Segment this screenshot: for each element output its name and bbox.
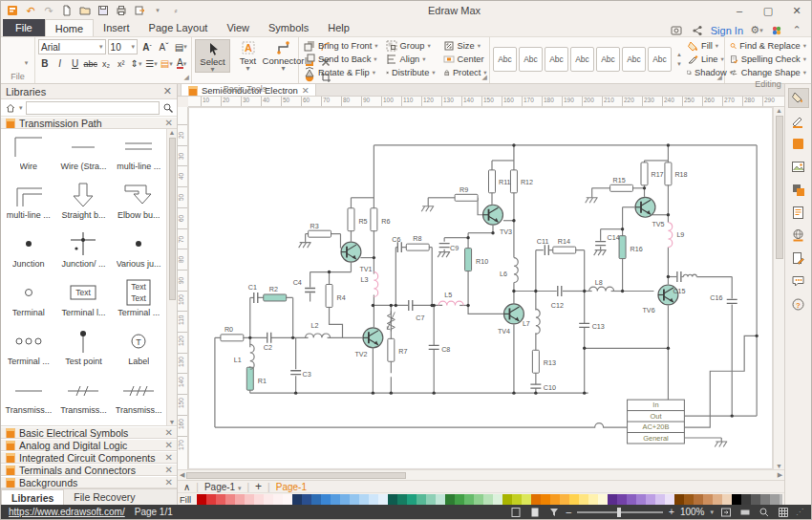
fit-width-icon[interactable] [738, 507, 752, 518]
color-swatch[interactable] [674, 494, 684, 505]
color-swatch[interactable] [283, 494, 292, 505]
page-tab[interactable]: Page-1 [276, 482, 307, 492]
search-icon[interactable] [162, 102, 174, 114]
library-shape-terminal-[interactable]: Terminal ... [1, 326, 56, 375]
section-close-icon[interactable]: ✕ [165, 452, 173, 463]
color-swatch[interactable] [655, 494, 665, 505]
note-tool-button[interactable] [788, 203, 809, 223]
library-search-input[interactable] [26, 101, 160, 115]
change-shape-button[interactable]: Change Shape▾ [728, 66, 808, 79]
semiconductor-circuit[interactable]: R0C1R2C2L1R1L2C3C4R4R3R5R6TV1L3TV2C7R7C8… [188, 107, 773, 469]
menu-tab-home[interactable]: Home [45, 19, 94, 36]
color-swatch[interactable] [579, 494, 588, 505]
add-page-button[interactable]: + [255, 480, 262, 493]
color-swatch[interactable] [522, 494, 531, 505]
highlight-button[interactable]: ▤▾ [160, 56, 173, 71]
library-shape-arrow-right[interactable] [56, 423, 112, 425]
library-shape-junction[interactable]: Junction [1, 228, 56, 277]
close-button[interactable]: ✕ [782, 2, 811, 19]
bring-to-front-button[interactable]: Bring to Front▾ [302, 39, 380, 53]
color-swatch[interactable] [455, 494, 464, 505]
color-swatch[interactable] [502, 494, 512, 505]
normal-view-icon[interactable] [509, 507, 523, 518]
new-file-button[interactable] [59, 4, 75, 18]
color-swatch[interactable] [436, 494, 445, 505]
color-swatch[interactable] [608, 494, 617, 505]
color-swatch[interactable] [588, 494, 598, 505]
qa-more-button[interactable]: ⸗ [168, 4, 183, 18]
connector-tool-button[interactable]: Connector▾ [266, 39, 301, 73]
color-swatch[interactable] [694, 494, 703, 505]
library-shape-label[interactable]: TLabel [111, 326, 166, 375]
print-button[interactable] [114, 4, 129, 18]
open-folder-button[interactable] [77, 4, 93, 18]
color-swatch[interactable] [407, 494, 417, 505]
save-button[interactable] [96, 4, 111, 18]
zoom-level[interactable]: 100% [680, 507, 705, 517]
color-swatch[interactable] [665, 494, 674, 505]
color-swatch[interactable] [206, 494, 216, 505]
insert-picture-tool-button[interactable] [788, 157, 809, 177]
format-tool-button[interactable] [788, 88, 809, 108]
drawing-canvas[interactable]: R0C1R2C2L1R1L2C3C4R4R3R5R6TV1L3TV2C7R7C8… [188, 107, 773, 469]
color-swatch[interactable] [197, 494, 206, 505]
library-section-basic-electrical-symbols[interactable]: Basic Electrical Symbols✕ [1, 426, 177, 439]
style-preset-4[interactable]: Abc [570, 47, 594, 72]
component-R15[interactable] [610, 184, 633, 191]
promo-icon[interactable] [770, 24, 783, 36]
component-R0[interactable] [221, 335, 244, 341]
component-R13[interactable] [532, 350, 539, 373]
spelling-check-button[interactable]: Spelling Check▾ [728, 53, 808, 66]
pan-zoom-icon[interactable] [547, 507, 561, 518]
menu-tab-page-layout[interactable]: Page Layout [139, 19, 218, 36]
color-swatch[interactable] [378, 494, 388, 505]
library-shape-elbow-bu-[interactable]: Elbow bu... [111, 180, 166, 228]
undo-button[interactable]: ↶ [23, 4, 38, 18]
align-button[interactable]: Align▾ [384, 53, 438, 66]
library-shape-transmiss-[interactable]: Transmiss... [56, 375, 112, 423]
component-TV2[interactable] [363, 328, 383, 348]
arrange-dialog-launcher[interactable]: ◢ [482, 72, 487, 82]
color-swatch[interactable] [245, 494, 254, 505]
library-shape-multi-line-[interactable]: multi-line ... [111, 131, 166, 180]
library-shape-transmiss-[interactable]: Transmiss... [1, 375, 56, 423]
collapse-ribbon-icon[interactable]: ⌃ [790, 24, 803, 36]
color-swatch[interactable] [550, 494, 560, 505]
color-swatch[interactable] [311, 494, 321, 505]
menu-tab-insert[interactable]: Insert [94, 19, 139, 36]
section-close-icon[interactable]: ✕ [165, 427, 173, 438]
fit-page-icon[interactable] [719, 507, 733, 518]
color-swatch[interactable] [483, 494, 493, 505]
color-swatch[interactable] [636, 494, 646, 505]
library-shape-terminal-l-[interactable]: TextTerminal l... [56, 277, 112, 326]
color-swatch[interactable] [646, 494, 655, 505]
zoom-in-button[interactable]: + [669, 507, 674, 517]
library-shape-straight-b-[interactable]: Straight b... [56, 180, 112, 228]
grid-view-icon[interactable] [777, 507, 790, 518]
color-swatch[interactable] [331, 494, 340, 505]
comment-tool-button[interactable] [788, 271, 809, 292]
library-shape-junction-[interactable]: Junction/ ... [56, 228, 112, 277]
component-TV4[interactable] [503, 304, 524, 324]
magnifier-icon[interactable] [758, 507, 771, 518]
styles-dialog-launcher[interactable]: ◢ [717, 72, 722, 82]
menu-tab-view[interactable]: View [217, 19, 259, 36]
component-R9[interactable] [455, 194, 478, 201]
component-R4[interactable] [326, 285, 332, 308]
copy-icon[interactable]: ▾ [19, 55, 34, 70]
component-R6[interactable] [371, 208, 377, 231]
select-tool-button[interactable]: Select▾ [195, 39, 230, 73]
color-swatch[interactable] [464, 494, 474, 505]
vertical-scrollbar[interactable]: ▲▼ [773, 107, 784, 469]
color-swatch[interactable] [627, 494, 636, 505]
edraw-logo-button[interactable] [5, 4, 20, 18]
component-R2[interactable] [264, 294, 287, 301]
color-swatch[interactable] [321, 494, 331, 505]
section-close-icon[interactable]: ✕ [165, 440, 173, 450]
menu-tab-symbols[interactable]: Symbols [259, 19, 318, 36]
color-swatch[interactable] [445, 494, 455, 505]
color-swatch[interactable] [302, 494, 311, 505]
component-R8[interactable] [406, 244, 429, 250]
settings-gear-icon[interactable]: ⚙▾ [750, 24, 763, 36]
library-section-integrated-circuit-components[interactable]: Integrated Circuit Components✕ [1, 451, 177, 464]
